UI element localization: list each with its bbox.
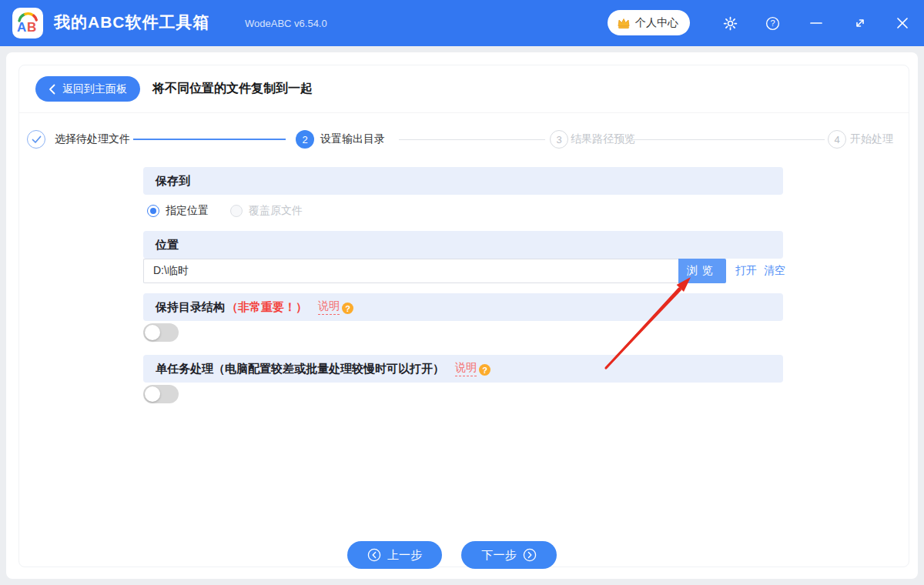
- svg-text:?: ?: [770, 18, 775, 28]
- svg-text:A: A: [17, 20, 26, 35]
- help-button[interactable]: ?: [762, 14, 782, 32]
- app-logo-icon: A B: [12, 8, 43, 38]
- save-to-title: 保存到: [156, 174, 190, 189]
- toggle-knob: [145, 386, 160, 402]
- step-2-circle: 2: [296, 130, 314, 149]
- minimize-icon: [808, 15, 824, 31]
- step-connector: [630, 139, 825, 140]
- help-icon: ?: [765, 15, 781, 32]
- crown-icon: [617, 17, 631, 29]
- next-step-label: 下一步: [482, 548, 517, 563]
- keep-structure-help-link[interactable]: 说明: [318, 299, 340, 315]
- step-connector: [133, 139, 286, 140]
- keep-structure-toggle[interactable]: [143, 323, 179, 342]
- step-connector: [399, 139, 545, 140]
- step-1-label: 选择待处理文件: [55, 132, 130, 146]
- step-4-label: 开始处理: [850, 132, 893, 146]
- content-card: 返回到主面板 将不同位置的文件复制到一起 选择待处理文件 2 设置输出目录 3 …: [18, 65, 909, 567]
- save-to-section-header: 保存到: [143, 167, 783, 195]
- gear-icon: [722, 15, 738, 32]
- minimize-button[interactable]: [806, 14, 826, 32]
- save-to-options: 指定位置 覆盖原文件: [147, 199, 303, 222]
- browse-button[interactable]: 浏览: [678, 259, 726, 283]
- app-version: WodeABC v6.54.0: [245, 18, 327, 29]
- page-title: 将不同位置的文件复制到一起: [152, 65, 313, 112]
- radio-selected-icon[interactable]: [147, 205, 159, 217]
- toggle-knob: [145, 325, 160, 340]
- step-1-circle: [27, 130, 45, 149]
- titlebar: A B 我的ABC软件工具箱 WodeABC v6.54.0 个人中心 ?: [0, 0, 924, 46]
- location-section-header: 位置: [143, 231, 783, 259]
- prev-step-button[interactable]: 上一步: [347, 541, 442, 569]
- location-path-input[interactable]: [143, 259, 678, 283]
- svg-text:B: B: [27, 20, 36, 35]
- next-step-button[interactable]: 下一步: [461, 541, 557, 569]
- step-3-circle: 3: [550, 130, 568, 149]
- main-panel: 返回到主面板 将不同位置的文件复制到一起 选择待处理文件 2 设置输出目录 3 …: [6, 52, 918, 579]
- step-check-icon: [32, 135, 42, 144]
- open-link[interactable]: 打开: [735, 264, 757, 278]
- prev-step-label: 上一步: [387, 548, 422, 563]
- close-button[interactable]: [892, 14, 912, 32]
- back-to-dashboard-button[interactable]: 返回到主面板: [35, 76, 140, 102]
- step-indicator: 选择待处理文件 2 设置输出目录 3 结果路径预览 4 开始处理: [19, 130, 909, 150]
- radio-overwrite-original[interactable]: 覆盖原文件: [230, 204, 303, 218]
- prev-circle-icon: [367, 548, 381, 562]
- radio-specified-location[interactable]: 指定位置: [147, 204, 209, 218]
- maximize-button[interactable]: [850, 14, 870, 32]
- user-center-label: 个人中心: [635, 16, 678, 30]
- location-input-row: 浏览 打开 清空: [143, 259, 785, 283]
- card-header: 返回到主面板 将不同位置的文件复制到一起: [19, 65, 909, 113]
- step-3-label: 结果路径预览: [571, 132, 635, 146]
- question-badge-icon[interactable]: ?: [479, 364, 490, 376]
- clear-link[interactable]: 清空: [764, 264, 785, 278]
- single-task-help-link[interactable]: 说明: [455, 361, 477, 376]
- settings-button[interactable]: [720, 14, 740, 32]
- app-title: 我的ABC软件工具箱: [54, 12, 210, 33]
- question-badge-icon[interactable]: ?: [342, 303, 353, 314]
- single-task-toggle[interactable]: [143, 385, 179, 403]
- radio-disabled-icon[interactable]: [230, 205, 243, 217]
- radio-label: 指定位置: [166, 204, 209, 218]
- back-chevron-icon: [49, 84, 55, 95]
- user-center-button[interactable]: 个人中心: [608, 10, 690, 35]
- single-task-section-header: 单任务处理（电脑配置较差或批量处理较慢时可以打开） 说明 ?: [143, 355, 783, 383]
- step-2-label: 设置输出目录: [320, 132, 385, 146]
- back-button-label: 返回到主面板: [62, 82, 127, 96]
- close-icon: [895, 15, 910, 31]
- resize-icon: [852, 15, 868, 31]
- location-title: 位置: [156, 238, 179, 252]
- keep-structure-section-header: 保持目录结构 （非常重要！） 说明 ?: [143, 293, 783, 321]
- keep-structure-title: 保持目录结构: [156, 300, 225, 315]
- keep-structure-warning: （非常重要！）: [226, 300, 307, 315]
- single-task-title: 单任务处理（电脑配置较差或批量处理较慢时可以打开）: [156, 362, 444, 376]
- step-4-circle: 4: [828, 130, 846, 149]
- radio-label: 覆盖原文件: [249, 204, 303, 218]
- next-circle-icon: [523, 548, 537, 562]
